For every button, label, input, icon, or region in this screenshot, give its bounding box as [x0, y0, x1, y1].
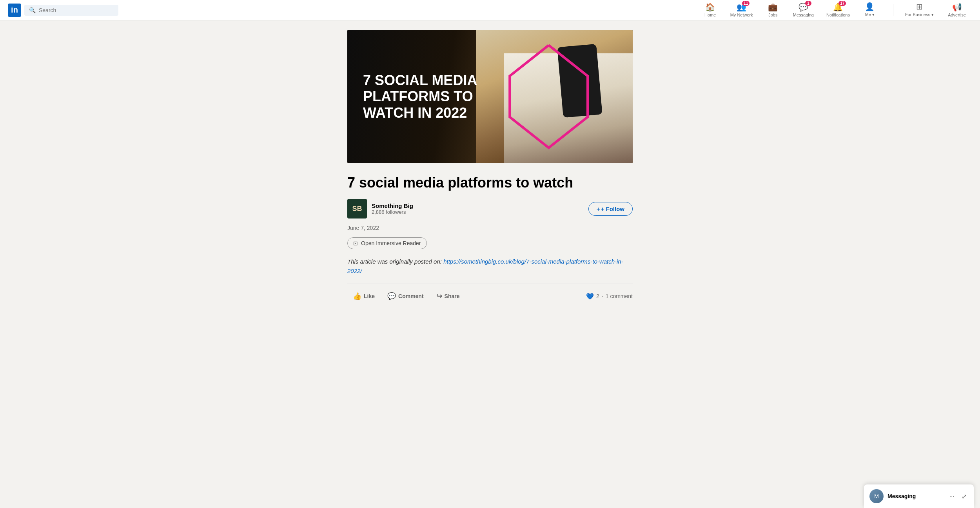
- article-title: 7 social media platforms to watch: [347, 174, 633, 191]
- nav-center: 🏠 Home 👥 11 My Network 💼 Jobs 💬 1 Messag…: [697, 0, 884, 20]
- author-info: SB Something Big 2,886 followers: [347, 199, 413, 218]
- grid-icon: ⊞: [916, 2, 923, 11]
- comment-button[interactable]: 💬 Comment: [382, 289, 429, 304]
- sidebar-item-me[interactable]: 👤 Me ▾: [856, 0, 884, 20]
- immersive-reader-label: Open Immersive Reader: [361, 240, 421, 246]
- reaction-buttons: 👍 Like 💬 Comment ↪ Share: [347, 289, 465, 304]
- share-button[interactable]: ↪ Share: [431, 289, 465, 304]
- search-icon: 🔍: [29, 7, 36, 13]
- author-followers: 2,886 followers: [372, 209, 413, 215]
- network-label: My Network: [730, 13, 753, 17]
- article-image: 7 SOCIAL MEDIA PLATFORMS TO WATCH IN 202…: [347, 30, 633, 163]
- follow-plus-icon: +: [597, 206, 600, 212]
- like-icon: 👍: [353, 292, 361, 300]
- reactions-bar: 👍 Like 💬 Comment ↪ Share 💙 2 · 1 comment: [347, 284, 633, 308]
- author-section: SB Something Big 2,886 followers + + Fol…: [347, 199, 633, 218]
- for-business-button[interactable]: ⊞ For Business ▾: [899, 0, 940, 20]
- article-date: June 7, 2022: [347, 225, 633, 231]
- author-details: Something Big 2,886 followers: [372, 202, 413, 215]
- article-image-text: 7 SOCIAL MEDIA PLATFORMS TO WATCH IN 202…: [363, 72, 488, 121]
- messaging-avatar-text: M: [874, 493, 879, 499]
- article-body: This article was originally posted on: h…: [347, 257, 633, 276]
- messaging-widget-label: Messaging: [887, 493, 944, 499]
- messaging-widget[interactable]: M Messaging ··· ⤢: [864, 484, 974, 508]
- article-intro-text: This article was originally posted on:: [347, 258, 442, 265]
- me-icon: 👤: [865, 2, 875, 11]
- messaging-expand-button[interactable]: ⤢: [960, 492, 968, 501]
- like-label: Like: [364, 293, 375, 299]
- article-image-headline: 7 SOCIAL MEDIA PLATFORMS TO WATCH IN 202…: [363, 72, 488, 121]
- messaging-avatar: M: [869, 489, 884, 503]
- notifications-icon: 🔔 17: [833, 2, 843, 12]
- comment-label: Comment: [398, 293, 424, 299]
- immersive-reader-button[interactable]: ⊡ Open Immersive Reader: [347, 237, 427, 249]
- follow-button[interactable]: + + Follow: [588, 202, 633, 216]
- reactions-separator: ·: [602, 293, 603, 299]
- sidebar-item-my-network[interactable]: 👥 11 My Network: [724, 0, 759, 20]
- messaging-actions: ··· ⤢: [948, 492, 968, 501]
- for-business-label: For Business ▾: [905, 12, 934, 17]
- main-content: 7 SOCIAL MEDIA PLATFORMS TO WATCH IN 202…: [341, 20, 639, 318]
- pink-diamond-svg: [480, 43, 617, 150]
- notifications-badge: 17: [838, 1, 846, 6]
- messaging-nav-icon: 💬 1: [799, 2, 808, 12]
- share-icon: ↪: [436, 292, 442, 300]
- follow-label: + Follow: [601, 206, 624, 212]
- messaging-badge: 1: [805, 1, 811, 6]
- nav-divider: [893, 4, 893, 16]
- jobs-label: Jobs: [768, 13, 777, 17]
- comment-icon: 💬: [387, 292, 396, 300]
- advertise-icon: 📢: [952, 2, 962, 12]
- messaging-more-button[interactable]: ···: [948, 492, 956, 501]
- reactions-number: 2: [596, 293, 599, 299]
- network-icon: 👥 11: [737, 2, 746, 12]
- reactions-count: 💙 2 · 1 comment: [586, 293, 633, 300]
- sidebar-item-messaging[interactable]: 💬 1 Messaging: [787, 0, 820, 20]
- linkedin-logo[interactable]: in: [8, 4, 21, 17]
- nav-right: ⊞ For Business ▾ 📢 Advertise: [899, 0, 972, 20]
- comments-count: 1 comment: [606, 293, 633, 299]
- immersive-reader-icon: ⊡: [353, 240, 358, 246]
- search-input[interactable]: [39, 7, 114, 13]
- author-avatar[interactable]: SB: [347, 199, 367, 218]
- author-name[interactable]: Something Big: [372, 202, 413, 209]
- notifications-label: Notifications: [826, 13, 850, 17]
- share-label: Share: [445, 293, 460, 299]
- navbar: in 🔍 🏠 Home 👥 11 My Network 💼 Jobs 💬: [0, 0, 980, 20]
- sidebar-item-home[interactable]: 🏠 Home: [697, 0, 724, 20]
- sidebar-item-jobs[interactable]: 💼 Jobs: [759, 0, 787, 20]
- like-button[interactable]: 👍 Like: [347, 289, 380, 304]
- home-label: Home: [704, 13, 716, 17]
- advertise-label: Advertise: [948, 13, 966, 17]
- search-bar[interactable]: 🔍: [24, 5, 118, 16]
- network-badge: 11: [742, 1, 750, 6]
- jobs-icon: 💼: [768, 2, 778, 12]
- sidebar-item-notifications[interactable]: 🔔 17 Notifications: [820, 0, 856, 20]
- messaging-nav-label: Messaging: [793, 13, 814, 17]
- me-label: Me ▾: [865, 12, 875, 17]
- article-hero-bg: 7 SOCIAL MEDIA PLATFORMS TO WATCH IN 202…: [347, 30, 633, 163]
- reaction-emoji: 💙: [586, 293, 594, 300]
- advertise-button[interactable]: 📢 Advertise: [942, 0, 972, 20]
- home-icon: 🏠: [705, 2, 715, 12]
